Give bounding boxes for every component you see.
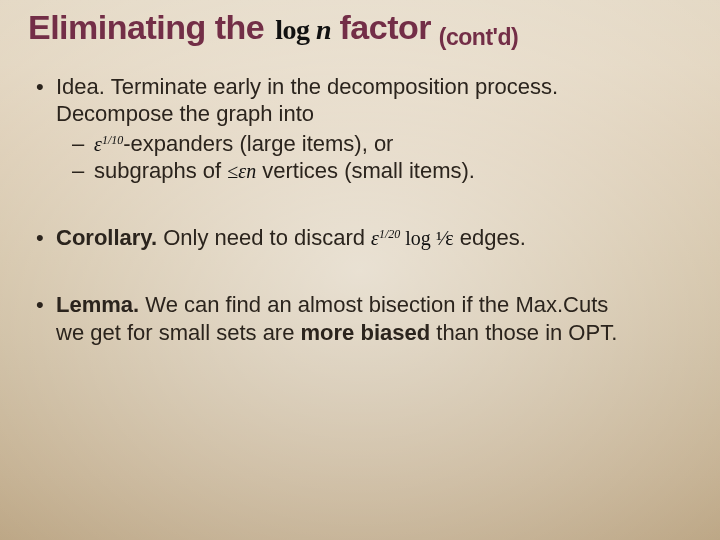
- idea-line1: Idea. Terminate early in the decompositi…: [56, 74, 558, 99]
- title-math: log n: [273, 14, 339, 45]
- idea-sub-expanders: ε1/10-expanders (large items), or: [68, 130, 692, 157]
- idea-sub-smallgraphs: subgraphs of ≤εn vertices (small items).: [68, 157, 692, 184]
- le-en-math: ≤εn: [227, 160, 256, 182]
- corollary-math: ε1/20 log ¹⁄ε: [371, 227, 454, 249]
- eps-exp: 1/10: [102, 133, 123, 147]
- expanders-rest: -expanders (large items), or: [123, 131, 393, 156]
- eps2: ε: [238, 160, 246, 182]
- eps3: ε: [371, 227, 379, 249]
- math-n: n: [316, 14, 331, 45]
- idea-sublist: ε1/10-expanders (large items), or subgra…: [56, 130, 692, 185]
- epsilon-expander-math: ε1/10: [94, 133, 123, 155]
- eps: ε: [94, 133, 102, 155]
- lemma-bold: more biased: [301, 320, 431, 345]
- subgraphs-pre: subgraphs of: [94, 158, 227, 183]
- bullet-lemma: Lemma. We can find an almost bisection i…: [32, 291, 692, 346]
- lemma-line1: We can find an almost bisection if the M…: [139, 292, 608, 317]
- idea-line2: Decompose the graph into: [56, 101, 314, 126]
- log2: log: [400, 227, 431, 249]
- corollary-label: Corollary.: [56, 225, 157, 250]
- corollary-rest: edges.: [454, 225, 526, 250]
- bullet-corollary: Corollary. Only need to discard ε1/20 lo…: [32, 224, 692, 251]
- lemma-label: Lemma.: [56, 292, 139, 317]
- subgraphs-rest: vertices (small items).: [256, 158, 475, 183]
- title-post: factor: [339, 8, 430, 46]
- n2: n: [246, 160, 256, 182]
- title-contd: (cont'd): [431, 24, 518, 50]
- slide-body: Eliminating the log n factor (cont'd) Id…: [0, 0, 720, 540]
- one-over-eps: ¹⁄ε: [431, 227, 454, 249]
- title-pre: Eliminating the: [28, 8, 273, 46]
- eps3-exp: 1/20: [379, 227, 400, 241]
- lemma-line2a: we get for small sets are: [56, 320, 301, 345]
- bullet-list: Idea. Terminate early in the decompositi…: [28, 73, 692, 346]
- corollary-mid: Only need to discard: [157, 225, 371, 250]
- lemma-line2b: than those in OPT.: [430, 320, 617, 345]
- bullet-idea: Idea. Terminate early in the decompositi…: [32, 73, 692, 184]
- le-sym: ≤: [227, 160, 238, 182]
- math-log: log: [275, 14, 309, 45]
- slide-title: Eliminating the log n factor (cont'd): [28, 8, 692, 51]
